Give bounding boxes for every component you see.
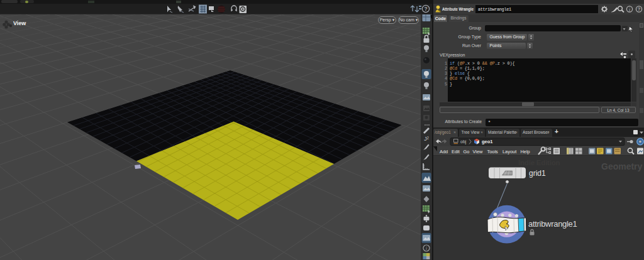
- svg-text:attribwrangle1: attribwrangle1: [478, 7, 511, 12]
- svg-text:grid1: grid1: [529, 169, 546, 178]
- svg-text:geo1: geo1: [482, 139, 493, 144]
- svg-text:i: i: [629, 7, 630, 13]
- svg-text:?: ?: [638, 6, 641, 12]
- svg-text:Go: Go: [464, 149, 470, 154]
- svg-text:Attribute Wrangle: Attribute Wrangle: [442, 6, 474, 12]
- svg-text:Tools: Tools: [487, 149, 499, 154]
- svg-text:Edit: Edit: [452, 149, 460, 154]
- svg-text:Help: Help: [521, 149, 530, 154]
- svg-text:Layout: Layout: [502, 149, 516, 154]
- svg-text:obj: obj: [460, 139, 467, 144]
- svg-text:?: ?: [424, 6, 427, 12]
- svg-text:i: i: [426, 246, 427, 251]
- svg-text:Add: Add: [440, 149, 448, 154]
- svg-text:View: View: [473, 149, 484, 154]
- svg-text:J²: J²: [424, 136, 429, 142]
